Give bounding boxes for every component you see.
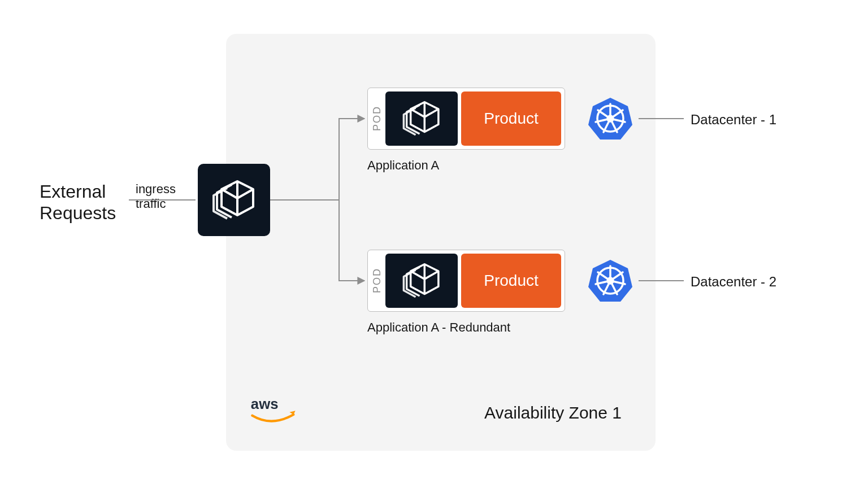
kubernetes-icon (588, 96, 633, 141)
product-container: Product (461, 91, 561, 146)
pod-tag: POD (371, 106, 383, 131)
container-stack-icon (400, 259, 444, 302)
pod-tag: POD (371, 268, 383, 293)
application-a-label: Application A (367, 158, 439, 173)
aws-text: aws (251, 396, 279, 412)
aws-logo-icon: aws (243, 394, 305, 428)
diagram-canvas: Availability Zone 1 aws External Request… (0, 0, 868, 488)
pod-card-1: POD Product (367, 88, 565, 150)
ingress-traffic-label: ingress traffic (136, 182, 176, 212)
kubernetes-icon (588, 258, 633, 303)
gateway-node (198, 164, 270, 236)
sidecar-container (385, 254, 458, 308)
application-a-redundant-label: Application A - Redundant (367, 320, 510, 335)
sidecar-container (385, 91, 458, 146)
pod-card-2: POD Product (367, 250, 565, 312)
external-requests-label: External Requests (40, 181, 116, 224)
container-stack-icon (400, 97, 444, 140)
datacenter-1-label: Datacenter - 1 (691, 112, 776, 128)
product-label: Product (484, 272, 539, 290)
zone-title: Availability Zone 1 (484, 403, 622, 422)
product-label: Product (484, 110, 539, 128)
datacenter-2-label: Datacenter - 2 (691, 274, 776, 290)
container-stack-icon (209, 176, 259, 224)
product-container: Product (461, 254, 561, 308)
